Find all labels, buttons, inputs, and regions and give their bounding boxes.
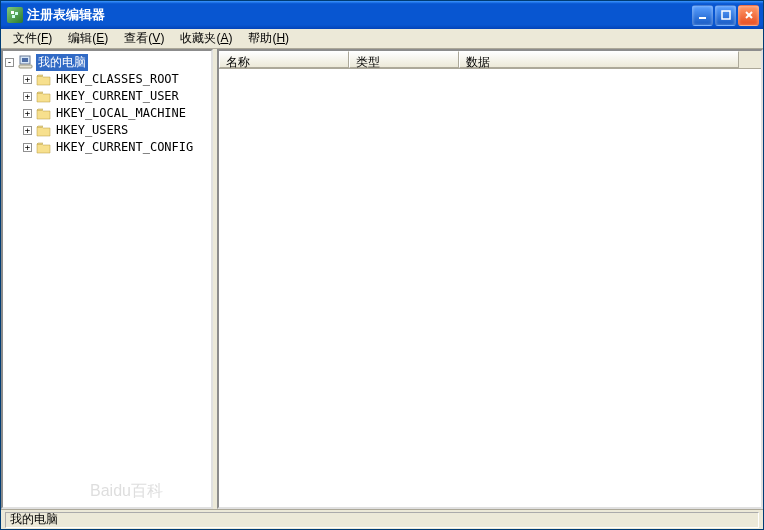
svg-rect-0: [11, 11, 14, 14]
title-bar: 注册表编辑器: [1, 1, 763, 29]
close-button[interactable]: [738, 5, 759, 26]
tree-root[interactable]: - 我的电脑: [5, 54, 209, 70]
status-path: 我的电脑: [5, 512, 759, 528]
tree-pane[interactable]: - 我的电脑 + HKEY_CLASSES_ROOT + HKEY_CURREN…: [1, 49, 213, 509]
tree-node-hklm[interactable]: + HKEY_LOCAL_MACHINE: [23, 105, 209, 121]
tree-node-hkcr[interactable]: + HKEY_CLASSES_ROOT: [23, 71, 209, 87]
list-header: 名称 类型 数据: [219, 51, 761, 69]
tree-label[interactable]: HKEY_LOCAL_MACHINE: [54, 106, 188, 120]
app-icon: [7, 7, 23, 23]
col-data[interactable]: 数据: [459, 51, 739, 68]
svg-rect-2: [12, 15, 15, 18]
menu-view[interactable]: 查看(V): [116, 28, 172, 49]
menu-file[interactable]: 文件(F): [5, 28, 60, 49]
svg-rect-3: [699, 17, 706, 19]
tree-label[interactable]: HKEY_CLASSES_ROOT: [54, 72, 181, 86]
folder-icon: [36, 123, 52, 137]
window-title: 注册表编辑器: [27, 6, 692, 24]
collapse-icon[interactable]: -: [5, 58, 14, 67]
svg-rect-8: [22, 58, 28, 62]
tree-label[interactable]: HKEY_USERS: [54, 123, 130, 137]
folder-icon: [36, 140, 52, 154]
menu-help[interactable]: 帮助(H): [240, 28, 297, 49]
expand-icon[interactable]: +: [23, 126, 32, 135]
expand-icon[interactable]: +: [23, 109, 32, 118]
expand-icon[interactable]: +: [23, 75, 32, 84]
tree-node-hku[interactable]: + HKEY_USERS: [23, 122, 209, 138]
minimize-button[interactable]: [692, 5, 713, 26]
col-name[interactable]: 名称: [219, 51, 349, 68]
folder-icon: [36, 106, 52, 120]
svg-rect-9: [19, 65, 32, 68]
content-area: - 我的电脑 + HKEY_CLASSES_ROOT + HKEY_CURREN…: [1, 49, 763, 509]
menu-favorites[interactable]: 收藏夹(A): [172, 28, 240, 49]
expand-icon[interactable]: +: [23, 143, 32, 152]
menu-bar: 文件(F) 编辑(E) 查看(V) 收藏夹(A) 帮助(H): [1, 29, 763, 49]
list-pane[interactable]: 名称 类型 数据: [217, 49, 763, 509]
status-bar: 我的电脑: [1, 509, 763, 529]
expand-icon[interactable]: +: [23, 92, 32, 101]
tree-label[interactable]: HKEY_CURRENT_CONFIG: [54, 140, 195, 154]
menu-edit[interactable]: 编辑(E): [60, 28, 116, 49]
tree-node-hkcu[interactable]: + HKEY_CURRENT_USER: [23, 88, 209, 104]
svg-rect-4: [722, 11, 730, 19]
tree-root-label[interactable]: 我的电脑: [36, 54, 88, 71]
col-type[interactable]: 类型: [349, 51, 459, 68]
tree-children: + HKEY_CLASSES_ROOT + HKEY_CURRENT_USER …: [5, 71, 209, 155]
tree-node-hkcc[interactable]: + HKEY_CURRENT_CONFIG: [23, 139, 209, 155]
folder-icon: [36, 72, 52, 86]
registry-tree: - 我的电脑 + HKEY_CLASSES_ROOT + HKEY_CURREN…: [5, 54, 209, 155]
computer-icon: [18, 55, 34, 69]
list-body[interactable]: [219, 69, 761, 507]
maximize-button[interactable]: [715, 5, 736, 26]
tree-label[interactable]: HKEY_CURRENT_USER: [54, 89, 181, 103]
folder-icon: [36, 89, 52, 103]
svg-rect-1: [15, 12, 18, 15]
window-buttons: [692, 5, 759, 26]
